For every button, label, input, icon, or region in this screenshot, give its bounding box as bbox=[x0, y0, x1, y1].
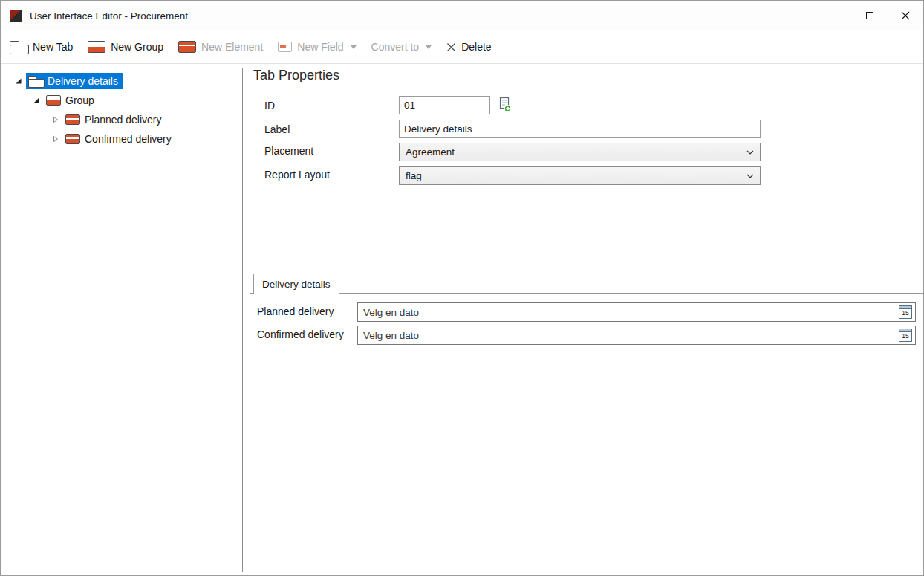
new-element-icon bbox=[178, 41, 196, 53]
tree-item-label: Planned delivery bbox=[85, 114, 162, 126]
tabstrip-line bbox=[250, 293, 924, 294]
chevron-down-icon bbox=[351, 45, 357, 49]
planned-delivery-label: Planned delivery bbox=[257, 305, 334, 317]
calendar-day-number: 15 bbox=[902, 332, 908, 340]
preview-tab-label: Delivery details bbox=[262, 279, 331, 290]
new-tab-label: New Tab bbox=[33, 41, 73, 53]
new-tab-icon bbox=[10, 41, 27, 53]
window-controls bbox=[816, 1, 923, 30]
element-icon bbox=[65, 114, 80, 125]
expand-toggle[interactable] bbox=[51, 135, 61, 143]
chevron-down-icon bbox=[746, 150, 754, 155]
new-element-button[interactable]: New Element bbox=[177, 38, 264, 56]
app-window: User Interface Editor - Procurement New … bbox=[0, 0, 924, 576]
new-tab-button[interactable]: New Tab bbox=[8, 38, 74, 56]
tab-icon bbox=[28, 76, 43, 86]
convert-to-button[interactable]: Convert to bbox=[370, 38, 434, 56]
group-icon bbox=[46, 95, 61, 106]
calendar-day-number: 15 bbox=[902, 309, 908, 317]
minimize-button[interactable] bbox=[816, 1, 852, 30]
app-icon bbox=[10, 10, 22, 22]
tree-item-label: Delivery details bbox=[48, 75, 118, 87]
calendar-icon[interactable]: 15 bbox=[899, 305, 912, 319]
planned-delivery-date-input[interactable] bbox=[358, 303, 915, 321]
new-field-button[interactable]: New Field bbox=[276, 38, 357, 56]
placement-value: Agreement bbox=[406, 146, 455, 158]
expand-toggle[interactable] bbox=[51, 116, 61, 123]
close-icon bbox=[901, 11, 910, 20]
expand-toggle[interactable] bbox=[31, 97, 42, 104]
new-field-label: New Field bbox=[297, 41, 343, 53]
copy-id-button[interactable] bbox=[495, 95, 515, 116]
delete-button[interactable]: Delete bbox=[445, 38, 492, 56]
confirmed-delivery-date-input[interactable] bbox=[358, 326, 915, 344]
delete-x-icon bbox=[446, 42, 456, 52]
copy-refresh-icon bbox=[497, 96, 513, 114]
properties-heading: Tab Properties bbox=[253, 68, 339, 83]
new-field-icon bbox=[278, 42, 292, 52]
calendar-icon[interactable]: 15 bbox=[899, 329, 912, 342]
window-title: User Interface Editor - Procurement bbox=[30, 10, 188, 22]
tree-node-selected[interactable]: Delivery details bbox=[26, 73, 123, 89]
maximize-button[interactable] bbox=[852, 1, 888, 30]
tree-node[interactable]: Group bbox=[44, 92, 100, 109]
tree-item-confirmed-delivery[interactable]: Confirmed delivery bbox=[7, 129, 242, 149]
confirmed-delivery-date-field: 15 bbox=[357, 326, 916, 345]
expanded-triangle-icon bbox=[15, 77, 22, 85]
close-button[interactable] bbox=[888, 1, 923, 30]
label-input[interactable] bbox=[399, 120, 761, 138]
tree-node[interactable]: Confirmed delivery bbox=[63, 131, 177, 147]
maximize-icon bbox=[866, 12, 873, 19]
new-group-icon bbox=[88, 41, 105, 53]
planned-delivery-date-field: 15 bbox=[357, 302, 916, 322]
convert-to-label: Convert to bbox=[371, 41, 420, 53]
tree-node[interactable]: Planned delivery bbox=[63, 111, 167, 128]
id-input[interactable] bbox=[399, 96, 490, 114]
tree-item-group[interactable]: Group bbox=[7, 91, 242, 110]
pane-divider bbox=[250, 271, 924, 271]
title-bar: User Interface Editor - Procurement bbox=[1, 1, 923, 30]
structure-tree-panel: Delivery details Group Planned delivery bbox=[7, 68, 243, 572]
minimize-icon bbox=[830, 16, 839, 16]
new-group-button[interactable]: New Group bbox=[86, 38, 165, 56]
tree-item-planned-delivery[interactable]: Planned delivery bbox=[7, 110, 242, 129]
delete-label: Delete bbox=[461, 41, 491, 53]
preview-tab-delivery-details[interactable]: Delivery details bbox=[253, 274, 339, 294]
new-group-label: New Group bbox=[111, 41, 163, 53]
element-icon bbox=[65, 134, 80, 144]
new-element-label: New Element bbox=[201, 41, 263, 53]
chevron-down-icon bbox=[746, 174, 754, 178]
confirmed-delivery-label: Confirmed delivery bbox=[257, 329, 344, 340]
collapsed-triangle-icon bbox=[52, 135, 59, 143]
report-layout-select[interactable]: flag bbox=[399, 166, 761, 185]
expand-toggle[interactable] bbox=[13, 77, 24, 85]
toolbar: New Tab New Group New Element New Field … bbox=[1, 30, 923, 64]
label-label: Label bbox=[264, 123, 290, 135]
report-layout-label: Report Layout bbox=[264, 169, 330, 181]
tree-item-label: Group bbox=[65, 94, 94, 106]
chevron-down-icon bbox=[426, 45, 432, 49]
collapsed-triangle-icon bbox=[52, 116, 59, 123]
report-layout-value: flag bbox=[406, 170, 422, 181]
tree-item-label: Confirmed delivery bbox=[85, 133, 172, 145]
expanded-triangle-icon bbox=[33, 97, 40, 104]
id-label: ID bbox=[264, 100, 275, 111]
tree-item-delivery-details[interactable]: Delivery details bbox=[7, 71, 242, 91]
placement-select[interactable]: Agreement bbox=[399, 143, 761, 161]
placement-label: Placement bbox=[264, 145, 313, 157]
